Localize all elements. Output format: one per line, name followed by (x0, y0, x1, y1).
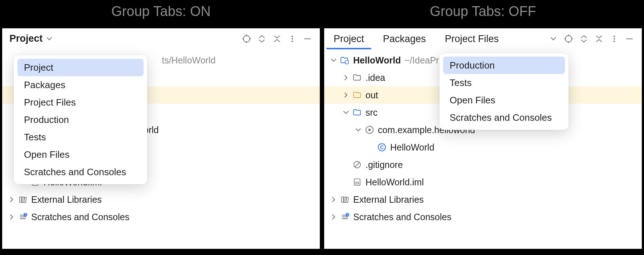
tree-row-scratches[interactable]: Scratches and Consoles (2, 208, 320, 226)
tree-item-label: .gitignore (366, 160, 403, 170)
popup-item-label: Tests (24, 132, 46, 143)
chevron-right-icon[interactable] (6, 196, 17, 203)
tree-item-label: External Libraries (353, 194, 424, 205)
tab-label: Project (334, 33, 364, 45)
select-opened-file-icon[interactable] (239, 32, 254, 46)
gitignore-icon (352, 160, 363, 169)
iml-file-icon (352, 178, 363, 186)
left-toolbar: Project (2, 28, 320, 49)
hide-panel-icon[interactable] (622, 32, 637, 46)
scratches-icon (17, 213, 28, 221)
tree-item-label: External Libraries (31, 194, 102, 205)
folder-icon (352, 73, 363, 82)
popup-item-tests[interactable]: Tests (443, 74, 565, 91)
chevron-down-icon[interactable] (340, 109, 352, 116)
popup-item-label: Project Files (24, 97, 76, 108)
module-folder-icon (339, 56, 350, 65)
tree-root-path-fragment: ts/HelloWorld (162, 55, 215, 66)
tabs-overflow-popup: Production Tests Open Files Scratches an… (439, 53, 569, 130)
package-icon (364, 126, 375, 134)
tree-item-label: HelloWorld (353, 55, 401, 66)
tree-root-path-hint: ~/IdeaPr (404, 55, 439, 66)
chevron-right-icon[interactable] (6, 213, 17, 221)
tree-row-gitignore[interactable]: .gitignore (324, 156, 642, 173)
view-mode-popup: Project Packages Project Files Productio… (14, 55, 147, 184)
left-panel: Project (2, 28, 320, 249)
class-icon (376, 143, 387, 152)
caption-left: Group Tabs: ON (0, 0, 322, 26)
chevron-right-icon[interactable] (328, 196, 339, 203)
collapse-all-icon[interactable] (592, 32, 606, 46)
popup-item-scratches-consoles[interactable]: Scratches and Consoles (443, 109, 565, 126)
popup-item-packages[interactable]: Packages (17, 76, 144, 94)
chevron-right-icon[interactable] (340, 91, 352, 99)
tree-row-scratches[interactable]: Scratches and Consoles (324, 208, 642, 226)
popup-item-label: Production (450, 60, 495, 71)
popup-item-label: Packages (24, 79, 65, 91)
chevron-right-icon[interactable] (340, 74, 352, 81)
chevron-right-icon[interactable] (328, 213, 339, 221)
select-opened-file-icon[interactable] (561, 32, 576, 46)
options-more-icon[interactable] (285, 32, 300, 46)
comparison-captions: Group Tabs: ON Group Tabs: OFF (0, 0, 644, 26)
tab-project[interactable]: Project (324, 28, 373, 49)
scratches-icon (339, 213, 350, 221)
view-mode-dropdown[interactable]: Project (9, 33, 43, 44)
tree-row-external-libraries[interactable]: External Libraries (324, 191, 642, 208)
library-icon (17, 195, 28, 204)
popup-item-production[interactable]: Production (443, 57, 565, 74)
tab-label: Project Files (445, 33, 499, 45)
tree-item-label: .idea (366, 73, 385, 83)
chevron-down-icon[interactable] (46, 35, 53, 42)
hide-panel-icon[interactable] (300, 32, 315, 46)
popup-item-scratches-consoles[interactable]: Scratches and Consoles (17, 163, 144, 181)
tree-item-label: HelloWorld (390, 142, 434, 153)
collapse-all-icon[interactable] (270, 32, 284, 46)
caption-right: Group Tabs: OFF (322, 0, 644, 26)
tree-item-label: Scratches and Consoles (31, 212, 129, 222)
chevron-down-icon[interactable] (328, 57, 339, 64)
tree-row-iml[interactable]: HelloWorld.iml (324, 173, 642, 191)
tree-item-label: src (366, 107, 377, 118)
chevron-down-icon[interactable] (352, 126, 364, 133)
popup-item-label: Scratches and Consoles (450, 112, 552, 123)
library-icon (339, 195, 350, 204)
popup-item-tests[interactable]: Tests (17, 128, 144, 146)
source-folder-icon (352, 108, 363, 117)
popup-item-open-files[interactable]: Open Files (17, 146, 144, 163)
expand-all-icon[interactable] (255, 32, 269, 46)
tree-row-external-libraries[interactable]: External Libraries (2, 191, 320, 208)
popup-item-label: Project (24, 62, 53, 73)
expand-all-icon[interactable] (577, 32, 591, 46)
popup-item-label: Tests (450, 77, 472, 89)
tab-project-files[interactable]: Project Files (435, 28, 508, 49)
tab-label: Packages (383, 33, 426, 45)
popup-item-project[interactable]: Project (17, 59, 144, 76)
popup-item-label: Open Files (450, 95, 495, 106)
tree-item-label: out (366, 90, 378, 100)
tabs-overflow-chevron-icon[interactable] (546, 32, 561, 46)
view-mode-label: Project (9, 33, 43, 44)
excluded-folder-icon (352, 91, 363, 99)
tree-item-label: Scratches and Consoles (353, 212, 451, 222)
popup-item-label: Production (24, 114, 69, 126)
popup-item-label: Scratches and Consoles (24, 166, 126, 178)
right-panel: Project Packages Project Files (324, 28, 642, 249)
tab-packages[interactable]: Packages (373, 28, 435, 49)
popup-item-open-files[interactable]: Open Files (443, 91, 565, 109)
popup-item-project-files[interactable]: Project Files (17, 94, 144, 111)
popup-item-production[interactable]: Production (17, 111, 144, 128)
tree-item-label: HelloWorld.iml (366, 177, 424, 188)
options-more-icon[interactable] (607, 32, 622, 46)
popup-item-label: Open Files (24, 149, 70, 160)
tree-row-class[interactable]: HelloWorld (324, 139, 642, 156)
right-tabs-bar: Project Packages Project Files (324, 28, 642, 49)
